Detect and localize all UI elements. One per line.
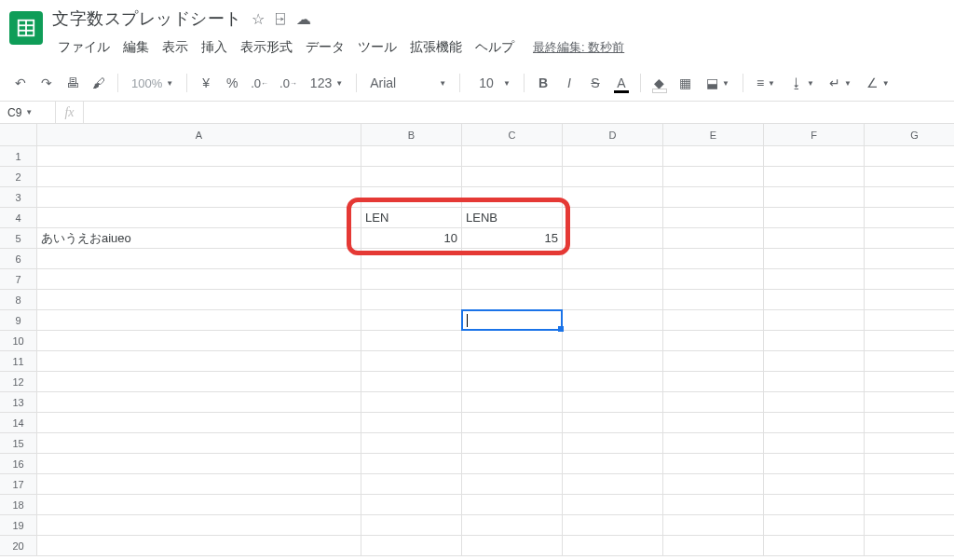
cell-C19[interactable] [462, 515, 563, 535]
move-icon[interactable]: ⍈ [276, 10, 285, 27]
cell-A6[interactable] [37, 249, 361, 268]
cell-D11[interactable] [563, 351, 663, 371]
cell-G20[interactable] [865, 536, 954, 555]
cell-E8[interactable] [663, 290, 764, 309]
cell-E2[interactable] [663, 167, 764, 186]
menu-help[interactable]: ヘルプ [470, 35, 520, 60]
cell-C1[interactable] [462, 146, 563, 166]
col-header-F[interactable]: F [764, 124, 865, 145]
italic-button[interactable]: I [558, 71, 580, 95]
col-header-A[interactable]: A [37, 124, 361, 145]
row-header-19[interactable]: 19 [0, 515, 37, 535]
cell-F20[interactable] [764, 536, 865, 555]
row-header-15[interactable]: 15 [0, 433, 37, 453]
cell-B12[interactable] [361, 372, 462, 391]
cell-F3[interactable] [764, 187, 865, 207]
cell-F7[interactable] [764, 269, 865, 289]
cell-B2[interactable] [361, 167, 462, 186]
cell-A18[interactable] [37, 495, 361, 514]
cell-B9[interactable] [361, 310, 462, 330]
cell-B17[interactable] [361, 474, 462, 494]
col-header-G[interactable]: G [865, 124, 954, 145]
row-header-10[interactable]: 10 [0, 331, 37, 350]
cell-E12[interactable] [663, 372, 764, 391]
cell-G6[interactable] [865, 249, 954, 268]
cell-D14[interactable] [563, 413, 663, 432]
cloud-icon[interactable]: ☁ [296, 10, 311, 28]
cell-G12[interactable] [865, 372, 954, 391]
cell-B15[interactable] [361, 433, 462, 453]
row-header-9[interactable]: 9 [0, 310, 37, 330]
cell-C8[interactable] [462, 290, 563, 309]
cell-F9[interactable] [764, 310, 865, 330]
cell-D6[interactable] [563, 249, 663, 268]
row-header-6[interactable]: 6 [0, 249, 37, 268]
zoom-dropdown[interactable]: 100%▼ [126, 71, 179, 95]
cell-C12[interactable] [462, 372, 563, 391]
cell-G15[interactable] [865, 433, 954, 453]
cell-A12[interactable] [37, 372, 361, 391]
decrease-decimal-button[interactable]: .0← [247, 71, 272, 95]
cell-E20[interactable] [663, 536, 764, 555]
cell-G16[interactable] [865, 454, 954, 473]
cell-E3[interactable] [663, 187, 764, 207]
row-header-11[interactable]: 11 [0, 351, 37, 371]
cell-C13[interactable] [462, 392, 563, 412]
cell-B5[interactable]: 10 [361, 228, 462, 248]
print-button[interactable]: 🖶 [61, 71, 84, 95]
cell-F17[interactable] [764, 474, 865, 494]
cell-E14[interactable] [663, 413, 764, 432]
col-header-B[interactable]: B [361, 124, 462, 145]
cell-A11[interactable] [37, 351, 361, 371]
cell-A13[interactable] [37, 392, 361, 412]
cell-B8[interactable] [361, 290, 462, 309]
col-header-E[interactable]: E [663, 124, 764, 145]
v-align-button[interactable]: ⭳▼ [784, 71, 820, 95]
star-icon[interactable]: ☆ [252, 10, 265, 28]
row-header-8[interactable]: 8 [0, 290, 37, 309]
cell-A20[interactable] [37, 536, 361, 555]
bold-button[interactable]: B [532, 71, 554, 95]
cell-C6[interactable] [462, 249, 563, 268]
cell-G9[interactable] [865, 310, 954, 330]
paint-format-button[interactable]: 🖌 [88, 71, 110, 95]
menu-format[interactable]: 表示形式 [235, 35, 298, 60]
cell-G2[interactable] [865, 167, 954, 186]
cell-B6[interactable] [361, 249, 462, 268]
strikethrough-button[interactable]: S [584, 71, 606, 95]
name-box[interactable]: C9▼ [0, 102, 56, 123]
cell-E18[interactable] [663, 495, 764, 514]
row-header-20[interactable]: 20 [0, 536, 37, 555]
cell-G13[interactable] [865, 392, 954, 412]
cell-E13[interactable] [663, 392, 764, 412]
cell-F6[interactable] [764, 249, 865, 268]
cell-C2[interactable] [462, 167, 563, 186]
font-family-dropdown[interactable]: Arial▼ [364, 71, 452, 95]
cell-F16[interactable] [764, 454, 865, 473]
cell-B20[interactable] [361, 536, 462, 555]
borders-button[interactable]: ▦ [675, 71, 697, 95]
cell-G17[interactable] [865, 474, 954, 494]
cell-E7[interactable] [663, 269, 764, 289]
cell-B14[interactable] [361, 413, 462, 432]
cell-B11[interactable] [361, 351, 462, 371]
cell-G3[interactable] [865, 187, 954, 207]
cell-D9[interactable] [563, 310, 663, 330]
cell-C16[interactable] [462, 454, 563, 473]
cell-C10[interactable] [462, 331, 563, 350]
cell-B10[interactable] [361, 331, 462, 350]
cell-F19[interactable] [764, 515, 865, 535]
menu-insert[interactable]: 挿入 [196, 35, 233, 60]
cell-D16[interactable] [563, 454, 663, 473]
cell-F14[interactable] [764, 413, 865, 432]
cell-E19[interactable] [663, 515, 764, 535]
cell-D18[interactable] [563, 495, 663, 514]
cell-B4[interactable]: LEN [361, 208, 462, 227]
cell-D13[interactable] [563, 392, 663, 412]
cell-D12[interactable] [563, 372, 663, 391]
cell-E15[interactable] [663, 433, 764, 453]
cell-E10[interactable] [663, 331, 764, 350]
menu-extensions[interactable]: 拡張機能 [404, 35, 468, 60]
cell-F8[interactable] [764, 290, 865, 309]
row-header-1[interactable]: 1 [0, 146, 37, 166]
